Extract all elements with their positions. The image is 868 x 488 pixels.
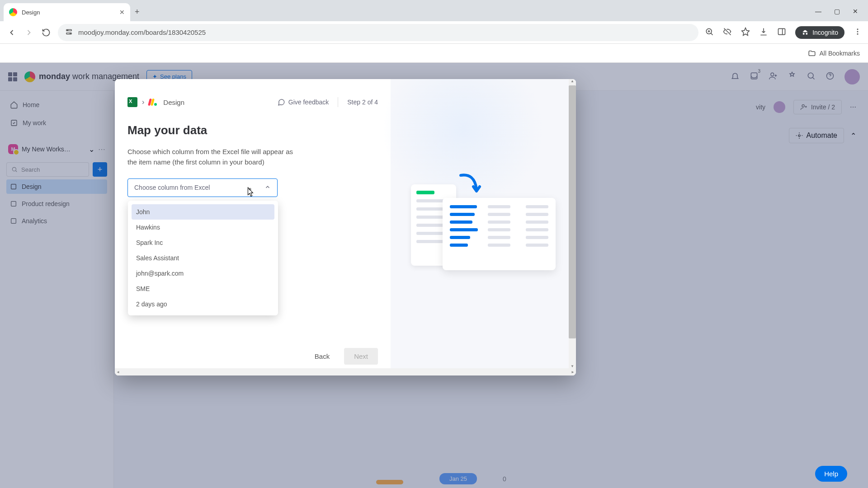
- sidebar-search[interactable]: Search: [6, 162, 89, 177]
- browser-tab-strip: Design ✕ + — ▢ ✕: [0, 0, 868, 21]
- add-board-button[interactable]: +: [93, 162, 107, 177]
- dropdown-option-hawkins[interactable]: Hawkins: [132, 220, 274, 235]
- zoom-icon[interactable]: [705, 27, 714, 38]
- board-item-analytics[interactable]: Analytics: [6, 214, 107, 228]
- bookmarks-bar: All Bookmarks: [0, 44, 868, 63]
- help-icon[interactable]: [826, 71, 835, 82]
- board-item-product-redesign[interactable]: Product redesign: [6, 197, 107, 211]
- back-button[interactable]: Back: [307, 348, 338, 365]
- svg-point-6: [857, 28, 859, 30]
- url-text: moodjoy.monday.com/boards/1830420525: [78, 28, 206, 36]
- excel-icon: [127, 97, 137, 107]
- close-window-button[interactable]: ✕: [853, 8, 858, 15]
- step-indicator: Step 2 of 4: [347, 99, 378, 106]
- automate-button[interactable]: Automate: [789, 128, 844, 143]
- collapse-icon[interactable]: ⌃: [850, 131, 856, 140]
- workspace-selector[interactable]: M My New Works… ⌄ ⋯: [6, 141, 107, 158]
- svg-point-11: [827, 72, 834, 79]
- dropdown-option-john[interactable]: John: [132, 204, 274, 220]
- search-icon[interactable]: [807, 71, 816, 82]
- svg-point-8: [857, 33, 859, 34]
- workspace-menu-icon[interactable]: ⋯: [98, 145, 105, 154]
- url-bar[interactable]: moodjoy.monday.com/boards/1830420525: [58, 24, 698, 41]
- board-menu-icon[interactable]: ⋯: [850, 103, 856, 111]
- svg-rect-15: [11, 202, 16, 206]
- modal-title: Map your data: [127, 123, 378, 137]
- breadcrumb-label: Design: [163, 99, 184, 106]
- star-icon[interactable]: [741, 27, 750, 38]
- svg-rect-12: [11, 120, 17, 126]
- minimize-button[interactable]: —: [815, 8, 821, 15]
- maximize-button[interactable]: ▢: [834, 8, 840, 15]
- svg-point-17: [802, 105, 804, 107]
- column-dropdown[interactable]: Choose column from Excel John Hawkins Sp…: [127, 178, 278, 197]
- svg-point-10: [808, 73, 813, 78]
- arrow-icon: [456, 171, 483, 198]
- svg-point-18: [798, 135, 800, 136]
- modal-scrollbar-horizontal[interactable]: [115, 368, 576, 375]
- back-button[interactable]: [6, 27, 17, 38]
- modal-scrollbar-vertical[interactable]: ▲ ▼: [569, 79, 576, 368]
- new-tab-button[interactable]: +: [135, 7, 140, 17]
- download-icon[interactable]: [759, 27, 768, 38]
- help-button[interactable]: Help: [815, 466, 847, 482]
- svg-point-3: [70, 33, 71, 33]
- invite-button[interactable]: Invite / 2: [793, 100, 842, 114]
- notifications-icon[interactable]: [731, 71, 740, 82]
- give-feedback-button[interactable]: Give feedback: [277, 98, 329, 106]
- illustration-sheet-front: [443, 198, 556, 270]
- activity-partial[interactable]: vity: [756, 103, 765, 111]
- divider: [338, 97, 338, 107]
- activity-avatar: [774, 101, 785, 113]
- site-settings-icon[interactable]: [65, 28, 73, 37]
- chevron-right-icon: ›: [142, 98, 144, 106]
- dropdown-placeholder: Choose column from Excel: [134, 184, 210, 191]
- incognito-badge[interactable]: Incognito: [795, 26, 844, 39]
- modal-illustration: [391, 79, 576, 375]
- favicon-icon: [9, 8, 17, 16]
- user-avatar[interactable]: [844, 69, 860, 84]
- svg-point-7: [857, 31, 859, 32]
- svg-rect-14: [11, 184, 16, 189]
- workspace-badge: M: [8, 144, 18, 154]
- svg-rect-16: [11, 219, 16, 224]
- all-bookmarks-button[interactable]: All Bookmarks: [808, 49, 860, 57]
- app-launcher-icon[interactable]: [8, 72, 17, 81]
- dropdown-option-2-days-ago[interactable]: 2 days ago: [132, 296, 274, 312]
- svg-rect-5: [778, 28, 785, 34]
- dropdown-option-sme[interactable]: SME: [132, 281, 274, 296]
- menu-icon[interactable]: [854, 28, 862, 38]
- dropdown-option-email[interactable]: john@spark.com: [132, 266, 274, 281]
- monday-icon: [149, 97, 159, 107]
- svg-point-2: [67, 30, 68, 30]
- count-zero: 0: [503, 475, 506, 483]
- import-modal: › Design Give feedback Step 2 of 4 Map y…: [115, 79, 576, 375]
- chevron-up-icon: [264, 184, 271, 192]
- sidebar-my-work[interactable]: My work: [6, 115, 107, 131]
- reload-button[interactable]: [41, 27, 52, 38]
- browser-tab[interactable]: Design ✕: [4, 3, 130, 21]
- inbox-icon[interactable]: 3: [750, 71, 759, 82]
- dropdown-option-sales-assistant[interactable]: Sales Assistant: [132, 250, 274, 266]
- tab-title: Design: [22, 9, 115, 16]
- date-pill-jan: Jan 25: [439, 473, 477, 484]
- svg-point-9: [771, 73, 774, 76]
- apps-icon[interactable]: [788, 71, 797, 82]
- date-pill: [376, 480, 403, 484]
- panel-icon[interactable]: [777, 27, 786, 38]
- invite-icon[interactable]: [769, 71, 778, 82]
- browser-toolbar: moodjoy.monday.com/boards/1830420525 Inc…: [0, 21, 868, 44]
- sidebar-home[interactable]: Home: [6, 97, 107, 113]
- monday-logo-icon: [24, 71, 35, 82]
- forward-button[interactable]: [24, 27, 34, 38]
- next-button[interactable]: Next: [344, 348, 378, 365]
- cursor-icon: [245, 187, 255, 200]
- dropdown-option-spark-inc[interactable]: Spark Inc: [132, 235, 274, 250]
- close-tab-icon[interactable]: ✕: [119, 9, 125, 16]
- modal-description: Choose which column from the Excel file …: [127, 146, 304, 168]
- board-item-design[interactable]: Design: [6, 179, 107, 194]
- modal-footer: Back Next: [127, 339, 378, 365]
- eye-off-icon[interactable]: [723, 27, 732, 38]
- chevron-down-icon: ⌄: [89, 145, 94, 154]
- dropdown-list: John Hawkins Spark Inc Sales Assistant j…: [128, 201, 278, 315]
